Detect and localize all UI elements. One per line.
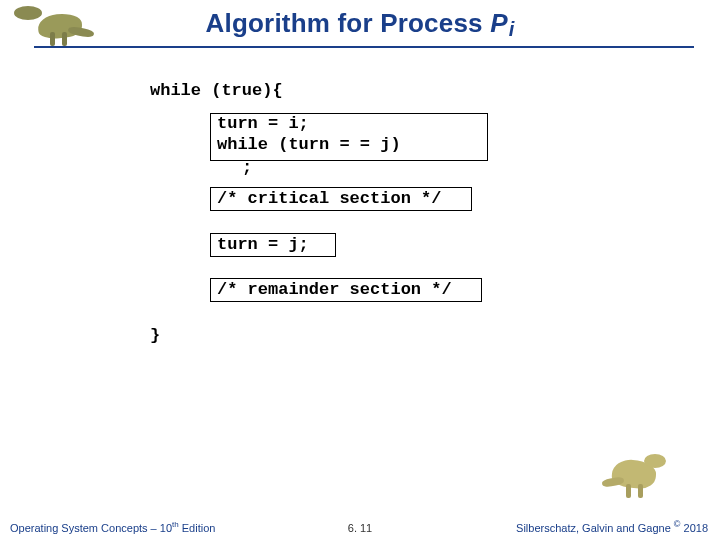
dinosaur-bottom-icon <box>602 452 672 500</box>
code-turn-assign-j: turn = j; <box>217 235 329 256</box>
footer-authors: Silberschatz, Galvin and Gagne <box>516 522 674 534</box>
code-block: while (true){ <box>150 80 283 101</box>
code-box-exit: turn = j; <box>210 233 336 257</box>
title-process-p: P <box>490 8 508 38</box>
code-remainder-comment: /* remainder section */ <box>217 280 475 301</box>
code-box-remainder: /* remainder section */ <box>210 278 482 302</box>
footer-right: Silberschatz, Galvin and Gagne © 2018 <box>516 519 708 534</box>
code-critical-comment: /* critical section */ <box>217 189 465 210</box>
slide: Algorithm for Process Pi while (true){ t… <box>0 0 720 540</box>
title-subscript-i: i <box>508 18 515 40</box>
code-box-critical: /* critical section */ <box>210 187 472 211</box>
code-box-entry: turn = i; while (turn = = j) <box>210 113 488 161</box>
code-while-header: while (true){ <box>150 80 283 101</box>
footer: Operating System Concepts – 10th Edition… <box>0 516 720 534</box>
code-inner-while: while (turn = = j) <box>217 135 481 156</box>
code-busy-wait-semicolon: ; <box>210 158 284 177</box>
footer-year: 2018 <box>680 522 708 534</box>
code-turn-assign-i: turn = i; <box>217 114 481 135</box>
slide-title: Algorithm for Process Pi <box>0 8 720 41</box>
title-main-text: Algorithm for Process <box>206 8 491 38</box>
title-underline <box>34 46 694 48</box>
code-close-brace: } <box>150 326 160 345</box>
